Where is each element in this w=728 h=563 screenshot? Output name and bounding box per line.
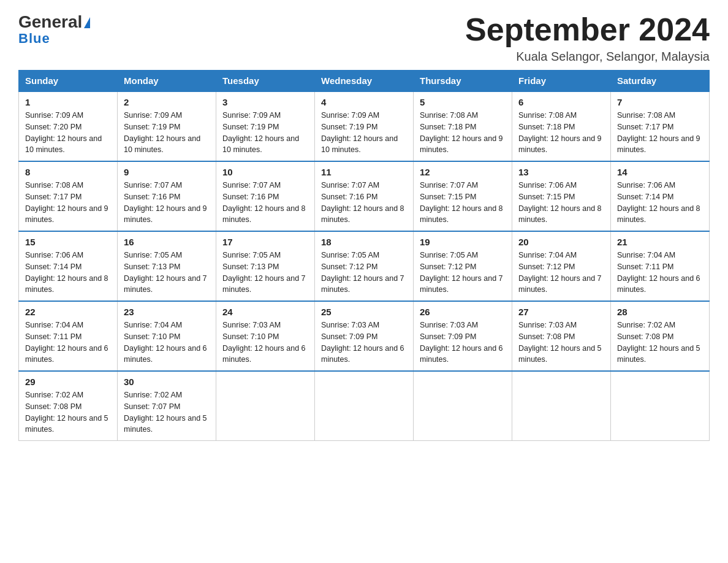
day-number: 21: [617, 237, 703, 247]
day-info: Sunrise: 7:08 AMSunset: 7:17 PMDaylight:…: [25, 181, 108, 224]
day-info: Sunrise: 7:02 AMSunset: 7:08 PMDaylight:…: [25, 391, 108, 434]
day-info: Sunrise: 7:06 AMSunset: 7:15 PMDaylight:…: [518, 181, 602, 224]
calendar-week-4: 22 Sunrise: 7:04 AMSunset: 7:11 PMDaylig…: [19, 301, 710, 371]
calendar-day-cell: 26 Sunrise: 7:03 AMSunset: 7:09 PMDaylig…: [414, 301, 512, 371]
day-info: Sunrise: 7:09 AMSunset: 7:20 PMDaylight:…: [25, 111, 102, 154]
calendar-day-cell: 24 Sunrise: 7:03 AMSunset: 7:10 PMDaylig…: [216, 301, 315, 371]
calendar-day-cell: 13 Sunrise: 7:06 AMSunset: 7:15 PMDaylig…: [512, 161, 611, 231]
calendar-day-cell: [216, 371, 315, 441]
day-info: Sunrise: 7:02 AMSunset: 7:07 PMDaylight:…: [124, 391, 207, 434]
weekday-header-wednesday: Wednesday: [315, 71, 414, 92]
location-subtitle: Kuala Selangor, Selangor, Malaysia: [465, 50, 710, 64]
logo-blue-text: Blue: [18, 31, 50, 46]
page-header: General Blue September 2024 Kuala Selang…: [18, 12, 710, 64]
day-number: 5: [420, 97, 506, 107]
calendar-day-cell: 16 Sunrise: 7:05 AMSunset: 7:13 PMDaylig…: [118, 231, 216, 301]
calendar-day-cell: 4 Sunrise: 7:09 AMSunset: 7:19 PMDayligh…: [315, 91, 414, 161]
day-number: 19: [420, 237, 506, 247]
day-info: Sunrise: 7:04 AMSunset: 7:11 PMDaylight:…: [25, 321, 108, 364]
day-info: Sunrise: 7:03 AMSunset: 7:09 PMDaylight:…: [321, 321, 404, 364]
calendar-day-cell: 19 Sunrise: 7:05 AMSunset: 7:12 PMDaylig…: [414, 231, 512, 301]
day-number: 6: [518, 97, 604, 107]
calendar-day-cell: [512, 371, 611, 441]
calendar-day-cell: 3 Sunrise: 7:09 AMSunset: 7:19 PMDayligh…: [216, 91, 315, 161]
calendar-day-cell: 23 Sunrise: 7:04 AMSunset: 7:10 PMDaylig…: [118, 301, 216, 371]
weekday-header-saturday: Saturday: [611, 71, 710, 92]
day-number: 7: [617, 97, 703, 107]
day-number: 1: [25, 97, 111, 107]
day-number: 8: [25, 167, 111, 177]
weekday-header-tuesday: Tuesday: [216, 71, 315, 92]
day-info: Sunrise: 7:02 AMSunset: 7:08 PMDaylight:…: [617, 321, 700, 364]
day-info: Sunrise: 7:03 AMSunset: 7:10 PMDaylight:…: [222, 321, 306, 364]
calendar-day-cell: 25 Sunrise: 7:03 AMSunset: 7:09 PMDaylig…: [315, 301, 414, 371]
calendar-day-cell: 20 Sunrise: 7:04 AMSunset: 7:12 PMDaylig…: [512, 231, 611, 301]
day-number: 26: [420, 307, 506, 317]
day-info: Sunrise: 7:08 AMSunset: 7:17 PMDaylight:…: [617, 111, 700, 154]
day-info: Sunrise: 7:08 AMSunset: 7:18 PMDaylight:…: [420, 111, 503, 154]
day-number: 2: [124, 97, 210, 107]
day-info: Sunrise: 7:05 AMSunset: 7:12 PMDaylight:…: [321, 251, 404, 294]
calendar-day-cell: 15 Sunrise: 7:06 AMSunset: 7:14 PMDaylig…: [19, 231, 118, 301]
day-number: 27: [518, 307, 604, 317]
day-info: Sunrise: 7:03 AMSunset: 7:08 PMDaylight:…: [518, 321, 602, 364]
calendar-day-cell: 22 Sunrise: 7:04 AMSunset: 7:11 PMDaylig…: [19, 301, 118, 371]
calendar-day-cell: 12 Sunrise: 7:07 AMSunset: 7:15 PMDaylig…: [414, 161, 512, 231]
calendar-week-5: 29 Sunrise: 7:02 AMSunset: 7:08 PMDaylig…: [19, 371, 710, 441]
calendar-day-cell: 9 Sunrise: 7:07 AMSunset: 7:16 PMDayligh…: [118, 161, 216, 231]
month-title: September 2024: [465, 12, 710, 47]
day-number: 23: [124, 307, 210, 317]
calendar-day-cell: [315, 371, 414, 441]
day-info: Sunrise: 7:04 AMSunset: 7:10 PMDaylight:…: [124, 321, 207, 364]
calendar-day-cell: [414, 371, 512, 441]
day-info: Sunrise: 7:07 AMSunset: 7:16 PMDaylight:…: [222, 181, 306, 224]
day-number: 22: [25, 307, 111, 317]
logo-triangle-icon: [84, 17, 90, 28]
calendar-day-cell: 8 Sunrise: 7:08 AMSunset: 7:17 PMDayligh…: [19, 161, 118, 231]
calendar-day-cell: 18 Sunrise: 7:05 AMSunset: 7:12 PMDaylig…: [315, 231, 414, 301]
weekday-header-row: SundayMondayTuesdayWednesdayThursdayFrid…: [19, 71, 710, 92]
day-number: 4: [321, 97, 407, 107]
calendar-day-cell: 14 Sunrise: 7:06 AMSunset: 7:14 PMDaylig…: [611, 161, 710, 231]
day-number: 13: [518, 167, 604, 177]
calendar-day-cell: 10 Sunrise: 7:07 AMSunset: 7:16 PMDaylig…: [216, 161, 315, 231]
calendar-day-cell: 21 Sunrise: 7:04 AMSunset: 7:11 PMDaylig…: [611, 231, 710, 301]
weekday-header-friday: Friday: [512, 71, 611, 92]
calendar-week-3: 15 Sunrise: 7:06 AMSunset: 7:14 PMDaylig…: [19, 231, 710, 301]
day-info: Sunrise: 7:04 AMSunset: 7:11 PMDaylight:…: [617, 251, 700, 294]
weekday-header-thursday: Thursday: [414, 71, 512, 92]
day-number: 16: [124, 237, 210, 247]
day-info: Sunrise: 7:09 AMSunset: 7:19 PMDaylight:…: [321, 111, 398, 154]
calendar-day-cell: 28 Sunrise: 7:02 AMSunset: 7:08 PMDaylig…: [611, 301, 710, 371]
calendar-day-cell: 6 Sunrise: 7:08 AMSunset: 7:18 PMDayligh…: [512, 91, 611, 161]
calendar-day-cell: 1 Sunrise: 7:09 AMSunset: 7:20 PMDayligh…: [19, 91, 118, 161]
calendar-week-1: 1 Sunrise: 7:09 AMSunset: 7:20 PMDayligh…: [19, 91, 710, 161]
day-number: 17: [222, 237, 308, 247]
day-number: 24: [222, 307, 308, 317]
logo: General Blue: [18, 12, 90, 47]
calendar-day-cell: 7 Sunrise: 7:08 AMSunset: 7:17 PMDayligh…: [611, 91, 710, 161]
day-info: Sunrise: 7:08 AMSunset: 7:18 PMDaylight:…: [518, 111, 602, 154]
weekday-header-sunday: Sunday: [19, 71, 118, 92]
calendar-day-cell: [611, 371, 710, 441]
day-number: 20: [518, 237, 604, 247]
day-info: Sunrise: 7:09 AMSunset: 7:19 PMDaylight:…: [124, 111, 200, 154]
day-number: 9: [124, 167, 210, 177]
day-number: 11: [321, 167, 407, 177]
calendar-week-2: 8 Sunrise: 7:08 AMSunset: 7:17 PMDayligh…: [19, 161, 710, 231]
day-number: 28: [617, 307, 703, 317]
calendar-day-cell: 29 Sunrise: 7:02 AMSunset: 7:08 PMDaylig…: [19, 371, 118, 441]
day-info: Sunrise: 7:07 AMSunset: 7:15 PMDaylight:…: [420, 181, 503, 224]
day-number: 14: [617, 167, 703, 177]
day-info: Sunrise: 7:03 AMSunset: 7:09 PMDaylight:…: [420, 321, 503, 364]
logo-general-text: General: [18, 12, 82, 32]
day-number: 15: [25, 237, 111, 247]
day-number: 18: [321, 237, 407, 247]
day-info: Sunrise: 7:07 AMSunset: 7:16 PMDaylight:…: [124, 181, 207, 224]
day-info: Sunrise: 7:05 AMSunset: 7:12 PMDaylight:…: [420, 251, 503, 294]
day-info: Sunrise: 7:05 AMSunset: 7:13 PMDaylight:…: [124, 251, 207, 294]
day-info: Sunrise: 7:06 AMSunset: 7:14 PMDaylight:…: [25, 251, 108, 294]
calendar-day-cell: 17 Sunrise: 7:05 AMSunset: 7:13 PMDaylig…: [216, 231, 315, 301]
day-info: Sunrise: 7:09 AMSunset: 7:19 PMDaylight:…: [222, 111, 299, 154]
calendar-day-cell: 5 Sunrise: 7:08 AMSunset: 7:18 PMDayligh…: [414, 91, 512, 161]
